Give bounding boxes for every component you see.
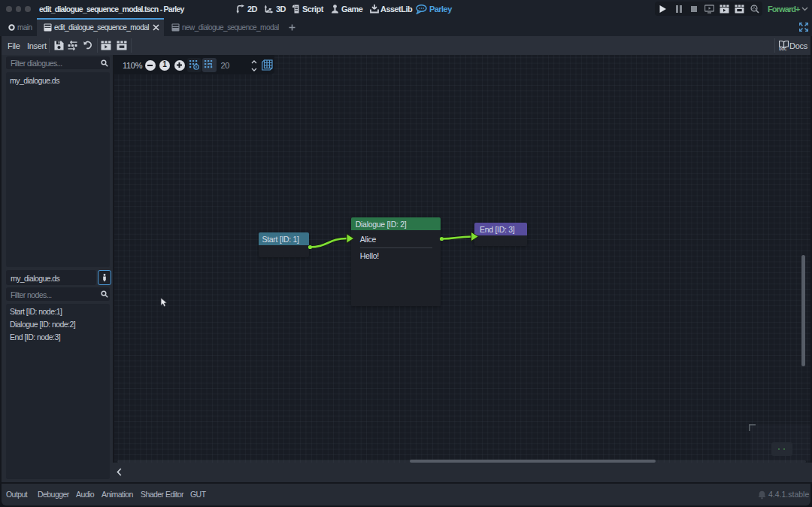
svg-text:DOC: DOC	[779, 47, 787, 50]
